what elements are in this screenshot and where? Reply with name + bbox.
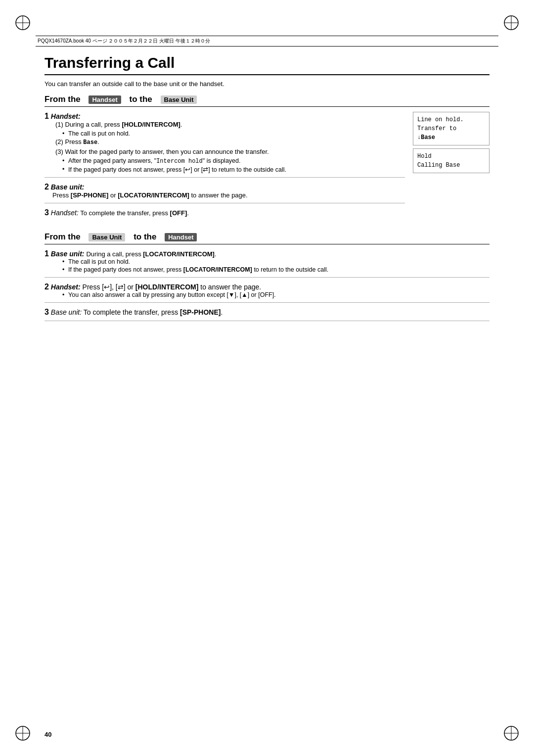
substep2-end: . — [97, 138, 99, 145]
divider1 — [44, 177, 405, 178]
step3-header: 3 Handset: To complete the transfer, pre… — [44, 208, 405, 217]
step1-num: 1 — [44, 112, 49, 120]
substep3-b1-pre: After the paged party answers, " — [68, 157, 156, 164]
substep1-bold: [HOLD/INTERCOM] — [122, 121, 180, 128]
s2-step1-num: 1 — [44, 249, 49, 258]
header-text: PQQX14670ZA.book 40 ページ ２００５年２月２２日 火曜日 午… — [38, 38, 210, 45]
s2-step3-text: To complete the transfer, press [SP-PHON… — [84, 308, 223, 316]
substep1-bullet: The call is put on hold. — [62, 130, 405, 137]
section1-body: 1 Handset: (1) During a call, press [HOL… — [44, 112, 490, 221]
substep3-b1-mono: Intercom hold — [156, 158, 203, 165]
section2-instructions: 1 Base unit: During a call, press [LOCAT… — [44, 249, 490, 321]
display-panels: Line on hold. Transfer to ↓Base Hold Cal… — [413, 112, 490, 221]
display2-l2: Calling Base — [417, 162, 460, 169]
display-panel-2: Hold Calling Base — [413, 148, 490, 173]
s2-step1-label: Base unit: — [51, 250, 85, 258]
divider2 — [44, 203, 405, 203]
step2-pre: Press — [52, 191, 71, 199]
display1-l2: Transfer to — [417, 125, 456, 132]
badge-base-unit2: Base Unit — [89, 233, 125, 241]
s2-step2-text: Press [↩], [⇄] or [HOLD/INTERCOM] to ans… — [83, 283, 262, 291]
reg-mark-tr — [502, 14, 520, 32]
substep3: (3) Wait for the paged party to answer, … — [55, 148, 405, 155]
reg-mark-br — [502, 724, 520, 742]
substep3-bullet1: After the paged party answers, "Intercom… — [62, 157, 405, 165]
s2-divider1 — [44, 277, 490, 278]
s2-step1-text: During a call, press [LOCATOR/INTERCOM]. — [86, 250, 216, 258]
badge-handset2: Handset — [165, 233, 197, 241]
step2-label: Base unit: — [51, 183, 85, 191]
step3-label: Handset: — [51, 209, 79, 217]
s2-step1-b1: The call is put on hold. — [62, 258, 490, 265]
step1-block: 1 Handset: (1) During a call, press [HOL… — [44, 112, 405, 173]
section1-title: From the Handset to the Base Unit — [44, 94, 490, 107]
step2-end: to answer the page. — [189, 191, 248, 199]
section-handset-to-base: From the Handset to the Base Unit 1 Hand… — [44, 94, 490, 221]
substep1-pre: (1) During a call, press — [55, 121, 122, 128]
section1-title-prefix: From the — [44, 94, 81, 104]
step1-label: Handset: — [51, 112, 81, 120]
substep2-pre: (2) Press — [55, 138, 83, 145]
page: PQQX14670ZA.book 40 ページ ２００５年２月２２日 火曜日 午… — [0, 0, 534, 756]
substep2-bold: Base — [83, 139, 97, 146]
badge-base-unit: Base Unit — [161, 95, 197, 104]
section2-title-mid: to the — [134, 232, 156, 242]
s2-step3-num: 3 — [44, 308, 49, 316]
section2-title-prefix: From the — [44, 232, 81, 242]
s2-divider2 — [44, 302, 490, 303]
substep3-bullet2: If the paged party does not answer, pres… — [62, 166, 405, 173]
step2-bold1: [SP-PHONE] — [71, 191, 109, 199]
s2-step1-b2: If the paged party does not answer, pres… — [62, 266, 490, 273]
page-title: Transferring a Call — [44, 54, 490, 75]
reg-mark-bl — [14, 724, 32, 742]
display-panel-1: Line on hold. Transfer to ↓Base — [413, 112, 490, 145]
s2-step3-header: 3 Base unit: To complete the transfer, p… — [44, 308, 490, 317]
display1-l3: ↓Base — [417, 134, 435, 141]
section2-title: From the Base Unit to the Handset — [44, 232, 490, 244]
intro-text: You can transfer an outside call to the … — [44, 80, 490, 88]
section2-body: 1 Base unit: During a call, press [LOCAT… — [44, 249, 490, 321]
s2-step2-b1: You can also answer a call by pressing a… — [62, 291, 490, 298]
s2-step1-header: 1 Base unit: During a call, press [LOCAT… — [44, 249, 490, 258]
s2-step1-block: 1 Base unit: During a call, press [LOCAT… — [44, 249, 490, 273]
s2-step2-header: 2 Handset: Press [↩], [⇄] or [HOLD/INTER… — [44, 283, 490, 291]
step2-header: 2 Base unit: — [44, 183, 405, 191]
step2-num: 2 — [44, 183, 49, 191]
step2-text: Press [SP-PHONE] or [LOCATOR/INTERCOM] t… — [52, 191, 405, 199]
step3-block: 3 Handset: To complete the transfer, pre… — [44, 208, 405, 217]
substep1: (1) During a call, press [HOLD/INTERCOM]… — [55, 121, 405, 128]
display2-l1: Hold — [417, 153, 432, 160]
header-bar: PQQX14670ZA.book 40 ページ ２００５年２月２２日 火曜日 午… — [36, 36, 498, 47]
display1-l1: Line on hold. — [417, 116, 464, 123]
s2-step2-block: 2 Handset: Press [↩], [⇄] or [HOLD/INTER… — [44, 283, 490, 298]
section1-instructions: 1 Handset: (1) During a call, press [HOL… — [44, 112, 405, 221]
section-base-to-handset: From the Base Unit to the Handset 1 Base… — [44, 232, 490, 321]
content-area: Transferring a Call You can transfer an … — [44, 54, 490, 716]
s2-step3-label: Base unit: — [51, 308, 82, 316]
s2-step2-num: 2 — [44, 283, 49, 291]
s2-step3-block: 3 Base unit: To complete the transfer, p… — [44, 308, 490, 317]
step2-block: 2 Base unit: Press [SP-PHONE] or [LOCATO… — [44, 183, 405, 199]
s2-divider3 — [44, 321, 490, 321]
step2-bold2: [LOCATOR/INTERCOM] — [118, 191, 189, 199]
substep3-b1-post: " is displayed. — [203, 157, 241, 164]
step3-num: 3 — [44, 208, 49, 217]
step2-mid: or — [108, 191, 118, 199]
step3-text: To complete the transfer, press [OFF]. — [79, 209, 189, 217]
page-number: 40 — [44, 731, 51, 738]
section1-title-mid: to the — [130, 94, 152, 104]
s2-step2-label: Handset: — [51, 283, 81, 291]
reg-mark-tl — [14, 14, 32, 32]
step1-header: 1 Handset: — [44, 112, 405, 121]
badge-handset: Handset — [89, 95, 121, 104]
substep2: (2) Press Base. — [55, 138, 405, 146]
